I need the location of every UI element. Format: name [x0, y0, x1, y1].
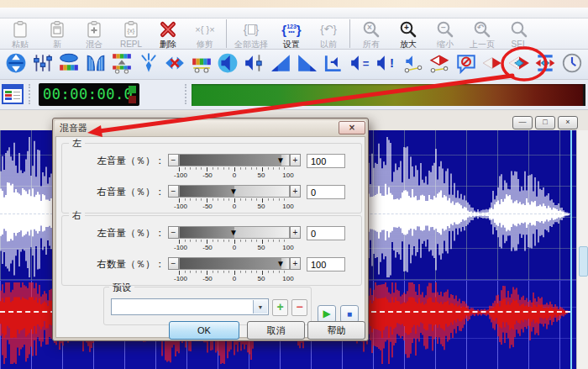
slider-increment-button[interactable]: + — [290, 226, 301, 239]
slider-label: 右音量（％）： — [62, 185, 165, 198]
preset-combobox[interactable]: ▼ — [111, 298, 269, 315]
new-button[interactable]: 新 — [39, 18, 76, 49]
smooth-button[interactable] — [57, 53, 81, 76]
dialog-title[interactable]: 混音器 — [55, 120, 366, 136]
slider-thumb-icon[interactable]: ▼ — [229, 227, 238, 238]
zoom-in-button[interactable]: +放大 — [390, 18, 427, 49]
volume-value-input[interactable] — [307, 226, 345, 240]
channel-mixer-button[interactable] — [533, 53, 557, 76]
mute-button[interactable] — [454, 53, 478, 76]
trim-button[interactable]: ×{ }×修剪 — [186, 18, 223, 49]
toolbar-grip — [185, 84, 186, 104]
status-row: 00:00:00.0 — [0, 80, 588, 110]
cancel-button[interactable]: 取消 — [247, 321, 305, 340]
zoom-previous-icon: ↶ — [472, 19, 492, 40]
previous-button[interactable]: {↶}以前 — [310, 18, 347, 49]
fade-in-button[interactable] — [269, 53, 292, 76]
speaker-volume-button[interactable] — [243, 53, 266, 76]
insert-rainbow-button[interactable] — [110, 53, 134, 76]
zoom-selection-icon — [509, 19, 529, 40]
volume-slider[interactable]: −▼+-100-50050100 — [168, 257, 301, 284]
time-value: 00:00:00.0 — [43, 86, 133, 103]
combo-dropdown-icon[interactable]: ▼ — [253, 300, 267, 314]
slider-track[interactable]: ▼ — [179, 226, 290, 239]
slider-increment-button[interactable]: + — [290, 154, 301, 166]
slider-increment-button[interactable]: + — [290, 257, 301, 270]
all-label: 所有 — [363, 40, 380, 49]
scale-tick-label: -50 — [195, 244, 220, 251]
slider-thumb-icon[interactable]: ▼ — [229, 186, 238, 197]
minimize-button[interactable]: — — [512, 116, 533, 129]
preset-remove-button[interactable]: − — [291, 299, 307, 316]
speaker-corner-button[interactable] — [322, 53, 345, 76]
settings-button[interactable]: {123•••}设置 — [273, 18, 310, 49]
slider-thumb-icon[interactable]: ▼ — [276, 258, 285, 269]
slider-label: 右数量（％）： — [62, 257, 165, 271]
preview-stop-button[interactable]: ■ — [340, 305, 359, 323]
slider-decrement-button[interactable]: − — [168, 154, 179, 166]
slider-decrement-button[interactable]: − — [168, 226, 179, 239]
volume-slider[interactable]: −▼+-100-50050100 — [168, 185, 301, 212]
volume-envelope-button[interactable] — [402, 53, 425, 76]
faders-button[interactable] — [31, 53, 55, 76]
slider-track[interactable]: ▼ — [179, 257, 290, 270]
scrollbar-thumb[interactable] — [579, 246, 588, 277]
select-all-braces-icon: {} — [244, 19, 259, 40]
volume-slider[interactable]: −▼+-100-50050100 — [168, 154, 301, 181]
mix-button[interactable]: 混合 — [76, 18, 113, 49]
sel-label: SEL — [512, 40, 528, 49]
preset-add-button[interactable]: + — [272, 299, 288, 316]
dialog-close-button[interactable]: × — [339, 121, 365, 134]
speaker-corner-icon — [323, 52, 344, 77]
slider-track[interactable]: ▼ — [179, 154, 290, 166]
slider-decrement-button[interactable]: − — [168, 257, 179, 270]
scale-tick-label: -50 — [195, 171, 220, 179]
preview-play-button[interactable]: ▶ — [318, 305, 336, 323]
close-window-button[interactable]: × — [558, 116, 578, 129]
ok-button[interactable]: OK — [169, 321, 239, 340]
slider-thumb-icon[interactable]: ▼ — [276, 155, 285, 166]
mute-icon — [455, 52, 477, 77]
volume-value-input[interactable] — [307, 185, 345, 199]
svg-text:−: − — [441, 23, 446, 32]
delete-selection-button[interactable] — [163, 53, 186, 76]
repl-button[interactable]: {x}REPL — [113, 18, 150, 49]
prev-page-button[interactable]: ↶上一页 — [464, 18, 501, 49]
fade-out-button[interactable] — [296, 53, 319, 76]
help-button[interactable]: 帮助 — [307, 321, 365, 340]
group-left: 左左音量（％）：−▼+-100-50050100右音量（％）：−▼+-100-5… — [61, 143, 362, 213]
sel-button[interactable]: SEL — [501, 18, 538, 49]
previous-braces-icon: {↶} — [320, 19, 337, 40]
vertical-scrollbar[interactable] — [576, 130, 588, 369]
scale-tick-label: -50 — [195, 203, 220, 210]
paste-button[interactable]: 粘贴 — [2, 18, 39, 49]
maximize-button[interactable]: □ — [535, 116, 555, 129]
volume-boost-button[interactable]: ! — [375, 53, 398, 76]
svg-text:!: ! — [390, 55, 394, 70]
svg-text:×: × — [367, 23, 372, 32]
pan-envelope-button[interactable] — [428, 53, 451, 76]
volume-value-input[interactable] — [307, 154, 345, 168]
speaker-button[interactable] — [216, 53, 239, 76]
volume-slider[interactable]: −▼+-100-50050100 — [168, 226, 301, 253]
settings-label: 设置 — [283, 40, 300, 49]
move-rainbow-button[interactable] — [190, 53, 213, 76]
clock-button[interactable] — [560, 53, 584, 76]
slider-decrement-button[interactable]: − — [168, 185, 179, 198]
spark-button[interactable] — [137, 53, 160, 76]
slider-increment-button[interactable]: + — [290, 185, 301, 198]
mixer-button[interactable] — [507, 53, 531, 76]
all-button[interactable]: ×所有 — [353, 18, 390, 49]
cue-window-icon[interactable] — [2, 83, 24, 108]
zoom-out-button[interactable]: −缩小 — [427, 18, 464, 49]
gate-button[interactable] — [84, 53, 108, 76]
pan-button[interactable] — [480, 53, 504, 76]
volume-match-button[interactable]: = — [349, 53, 372, 76]
volume-value-input[interactable] — [307, 257, 345, 271]
dialog-body: 预设 ▼ + − ▶ ■ OK 取消 帮助 左左音量（％）：−▼+-100-50… — [55, 136, 365, 338]
select-all-button[interactable]: {}全部选择 — [229, 18, 273, 49]
delete-button[interactable]: 删除 — [150, 18, 186, 49]
expand-vertical-button[interactable] — [4, 53, 28, 76]
scale-tick-label: 100 — [276, 275, 301, 282]
slider-track[interactable]: ▼ — [179, 185, 290, 198]
